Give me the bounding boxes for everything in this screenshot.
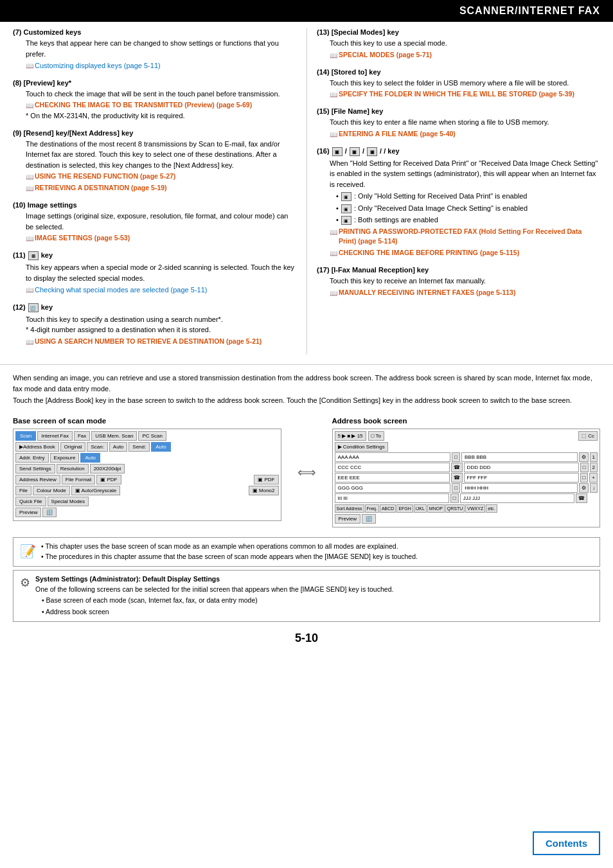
address-book-screen-mockup: 5 ▶ ■ ▶ 15 □ To ⬚ Cc ▶ Condition Setting… <box>332 429 601 527</box>
ab-page-btn[interactable]: 5 ▶ ■ ▶ 15 <box>335 431 366 441</box>
header-title: SCANNER/INTERNET FAX <box>459 5 600 16</box>
ab-type-icon-3b: □ <box>580 473 589 483</box>
ab-contact-hhh[interactable]: HHH HHH <box>461 483 578 493</box>
icon-16-0: ▣ <box>341 192 351 201</box>
section-12-ref-0[interactable]: USING A SEARCH NUMBER TO RETRIEVE A DEST… <box>35 337 262 347</box>
section-11-title: key <box>41 251 53 259</box>
ab-sort-abcd[interactable]: ABCD <box>380 504 396 513</box>
search-key-btn[interactable]: 🔢 <box>42 508 57 517</box>
section-17-ref-0[interactable]: MANUALLY RECEIVING INTERNET FAXES (page … <box>339 288 515 298</box>
ab-contact-aaa[interactable]: AAA AAA <box>335 452 451 462</box>
resolution-btn[interactable]: Resolution <box>57 464 89 474</box>
section-16-ref-0[interactable]: PRINTING A PASSWORD-PROTECTED FAX (Hold … <box>339 227 600 247</box>
ab-gear-icon-1[interactable]: ⚙ <box>579 452 589 462</box>
address-book-screen-title: Address book screen <box>332 417 601 425</box>
ab-sort-efgh[interactable]: EFGH <box>396 504 413 513</box>
file-btn[interactable]: File <box>15 486 31 495</box>
ab-contact-eee[interactable]: EEE EEE <box>335 473 450 483</box>
section-12: (12) 🔢 key Touch this key to specify a d… <box>13 303 297 347</box>
ab-contact-jjj[interactable]: JJJ JJJ <box>460 493 574 503</box>
section-11-ref-0[interactable]: Checking what special modes are selected… <box>35 285 207 296</box>
ab-to-btn[interactable]: □ To <box>368 431 384 441</box>
system-settings-content: System Settings (Administrator): Default… <box>35 574 393 617</box>
ab-sort-ijkl[interactable]: IJKL <box>414 504 427 513</box>
section-14: (14) [Stored to] key Touch this key to s… <box>317 68 600 100</box>
scan-tab-pc[interactable]: PC Scan <box>138 431 166 441</box>
addr-entry-btn[interactable]: Addr. Entry <box>15 453 49 463</box>
ab-num-2: 2 <box>590 463 598 472</box>
book-icon-14: 📖 <box>330 90 337 100</box>
send-settings-btn[interactable]: Send Settings <box>15 464 55 474</box>
addr-book-btn[interactable]: ▶Address Book <box>15 442 59 452</box>
ab-contact-ccc[interactable]: CCC CCC <box>335 463 450 472</box>
section-13-title: [Special Modes] key <box>332 28 399 36</box>
addr-review-btn[interactable]: Address Review <box>15 475 60 484</box>
ab-contact-row-5: III III □ JJJ JJJ ☎ <box>335 493 598 503</box>
exposure-btn[interactable]: Exposure <box>50 453 80 463</box>
ab-sort-qrstu[interactable]: QRSTU <box>445 504 465 513</box>
resolution-val: 200X200dpi <box>90 464 125 474</box>
section-13-ref-0[interactable]: SPECIAL MODES (page 5-71) <box>339 50 432 60</box>
auto-exp-btn[interactable]: Auto <box>80 453 100 463</box>
section-7-ref-0[interactable]: Customizing displayed keys (page 5-11) <box>35 60 161 71</box>
scan-tab-usb[interactable]: USB Mem. Scan <box>91 431 137 441</box>
ab-sort-mnop[interactable]: MNOP <box>427 504 445 513</box>
scan-auto-btn[interactable]: Auto <box>109 442 127 452</box>
section-16-ref-1[interactable]: CHECKING THE IMAGE BEFORE PRINTING (page… <box>339 248 519 258</box>
notes-line-2: • The procedures in this chapter assume … <box>41 552 418 562</box>
ab-contact-fff[interactable]: FFF FFF <box>464 473 579 483</box>
scan-tab-fax[interactable]: Internet Fax <box>37 431 73 441</box>
special-modes-btn[interactable]: Special Modes <box>48 497 89 506</box>
section-8-ref-0[interactable]: CHECKING THE IMAGE TO BE TRANSMITTED (Pr… <box>35 100 252 111</box>
ab-sort-vwxyz[interactable]: VWXYZ <box>465 504 485 513</box>
section-9-ref-1[interactable]: RETRIEVING A DESTINATION (page 5-19) <box>35 183 167 193</box>
section-17-body: Touch this key to receive an Internet fa… <box>330 276 600 287</box>
section-16-slash2: / <box>362 147 366 155</box>
section-9-ref-0[interactable]: USING THE RESEND FUNCTION (page 5-27) <box>35 172 175 182</box>
section-15-ref-0[interactable]: ENTERING A FILE NAME (page 5-40) <box>339 129 456 139</box>
ab-cc-btn[interactable]: ⬚ Cc <box>578 431 598 441</box>
ab-condition-btn[interactable]: ▶ Condition Settings <box>335 442 388 452</box>
ab-plus-btn[interactable]: + <box>589 473 598 483</box>
auto-grey-btn[interactable]: ▣ Auto/Greyscale <box>71 486 120 495</box>
book-icon-12: 📖 <box>26 337 33 347</box>
gear-icon: ⚙ <box>20 574 30 592</box>
section-15: (15) [File Name] key Touch this key to e… <box>317 107 600 139</box>
preview-btn-base[interactable]: Preview <box>15 508 41 517</box>
section-14-ref-0[interactable]: SPECIFY THE FOLDER IN WHICH THE FILE WIL… <box>339 89 574 100</box>
ab-sort-addr-btn[interactable]: Sort Address <box>335 504 364 513</box>
divider-text: When sending an image, you can retrieve … <box>0 364 613 414</box>
book-icon-13: 📖 <box>330 51 337 60</box>
ab-search-key-btn[interactable]: 🔢 <box>362 514 376 524</box>
section-8-footnote: * On the MX-2314N, the productivity kit … <box>26 111 297 121</box>
ab-contact-ggg[interactable]: GGG GGG <box>335 483 451 493</box>
ab-type-icon-4: □ <box>452 483 460 493</box>
section-17-title: [I-Fax Manual Reception] key <box>332 266 429 274</box>
book-icon-15: 📖 <box>330 130 337 139</box>
section-16: (16) ▣ / ▣ / ▣ / / key When "Hold Settin… <box>317 147 600 259</box>
ab-contact-bbb[interactable]: BBB BBB <box>461 452 578 462</box>
ab-type-icon-2b: □ <box>580 463 589 472</box>
notes-content: • This chapter uses the base screen of s… <box>41 542 418 562</box>
file-format-btn[interactable]: File Format <box>62 475 95 484</box>
ab-down-btn[interactable]: ↓ <box>590 483 598 493</box>
mono2-btn[interactable]: ▣ Mono2 <box>249 486 279 495</box>
send-auto-btn[interactable]: Auto <box>151 442 170 452</box>
ab-gear-icon-4[interactable]: ⚙ <box>579 483 589 493</box>
section-13-number: (13) <box>317 28 330 36</box>
section-10-ref-0[interactable]: IMAGE SETTINGS (page 5-53) <box>35 233 130 244</box>
ab-contact-iii[interactable]: III III <box>335 493 449 503</box>
section-7-body: The keys that appear here can be changed… <box>26 38 297 59</box>
contents-button[interactable]: Contents <box>533 831 600 855</box>
original-btn[interactable]: Original <box>60 442 86 452</box>
notes-line-1: • This chapter uses the base screen of s… <box>41 542 418 552</box>
ab-sort-etc[interactable]: etc. <box>486 504 497 513</box>
ab-sort-freq[interactable]: Freq. <box>365 504 379 513</box>
scan-tab-scan[interactable]: Scan <box>15 431 36 441</box>
section-12-footnote: * 4-digit number assigned to a destinati… <box>26 324 297 335</box>
ab-preview-btn[interactable]: Preview <box>335 514 360 524</box>
quick-file-btn[interactable]: Quick File <box>15 497 46 506</box>
ab-contact-ddd[interactable]: DDD DDD <box>464 463 579 472</box>
colour-mode-btn[interactable]: Colour Mode <box>33 486 70 495</box>
scan-tab-fax2[interactable]: Fax <box>74 431 90 441</box>
